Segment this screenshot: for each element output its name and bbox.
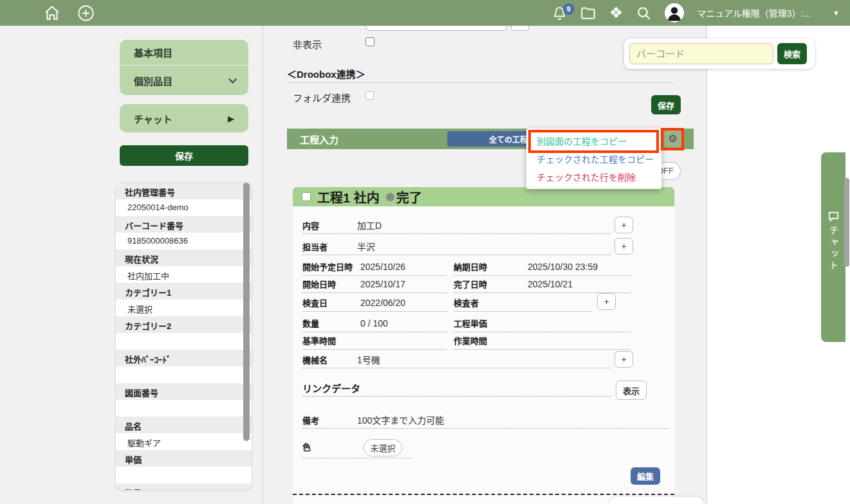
field-value[interactable]: 22050014-demo: [116, 199, 252, 216]
field-label: 現在状況: [116, 249, 252, 266]
notification-badge: 9: [563, 3, 575, 15]
field-label: 品名: [116, 417, 252, 433]
tanto-plus-button[interactable]: +: [614, 238, 633, 255]
field-tanto[interactable]: 担当者半沢: [302, 240, 611, 255]
item-summary-panel: 社内管理番号 22050014-demo バーコード番号 91850000086…: [115, 182, 252, 491]
field-remarks-value: 100文字まで入力可能: [357, 415, 444, 426]
process-separator: [293, 494, 674, 495]
dropbox-icon[interactable]: ❖: [609, 5, 624, 21]
menu-item-delete-checked-rows[interactable]: チェックされた行を削除: [526, 170, 661, 183]
sidebar-chat-label: チャット: [134, 112, 172, 125]
folder-link-label: フォルダ連携: [293, 91, 351, 104]
sidebar-item-basic[interactable]: 基本項目: [120, 40, 248, 66]
field-value: 2025/10/26: [360, 262, 405, 272]
chevron-down-icon: [228, 75, 237, 84]
field-label: 検査者: [454, 296, 528, 309]
field-naiyo[interactable]: 内容加工D: [302, 219, 611, 234]
chat-side-tab[interactable]: チャット: [821, 152, 845, 342]
field-color-label: 色: [302, 440, 357, 453]
topbar: 9 ❖ マニュアル権限（管理3）:... ▼: [0, 0, 850, 26]
barcode-search-button[interactable]: 検索: [777, 43, 807, 64]
add-icon[interactable]: [77, 4, 95, 22]
field-value: 2022/06/20: [360, 298, 405, 308]
process-1-card: 工程1 社内 完了 内容加工D + 担当者半沢 + 開始予定日時2025/10/…: [293, 187, 674, 504]
panel-scrollbar[interactable]: [243, 183, 250, 441]
field-work-time[interactable]: 作業時間: [454, 334, 631, 350]
menu-item-copy-checked-process[interactable]: チェックされた工程をコピー: [526, 152, 661, 165]
droobox-heading: ＜Droobox連携＞: [287, 67, 365, 80]
field-value: 2025/10/17: [360, 279, 405, 289]
link-data-show-button[interactable]: 表示: [616, 381, 647, 400]
app-root: 9 ❖ マニュアル権限（管理3）:... ▼ 基本項目 個別品目 チャ: [0, 0, 850, 504]
field-standard-time[interactable]: 基準時間: [302, 334, 447, 350]
field-tanto-value: 半沢: [357, 242, 375, 252]
field-value[interactable]: 駆動ギア: [116, 433, 252, 450]
field-inspect-date[interactable]: 検査日2022/06/20: [302, 296, 447, 312]
field-inspector[interactable]: 検査者: [454, 296, 592, 312]
field-start-planned[interactable]: 開始予定日時2025/10/26: [302, 260, 447, 276]
next-card-peek: [610, 497, 703, 504]
content-divider: [263, 26, 263, 504]
account-name[interactable]: マニュアル権限（管理3）:...: [697, 6, 811, 19]
process-1-title: 工程1 社内: [317, 188, 380, 206]
sidebar-item-individual-label: 個別品目: [134, 74, 172, 87]
field-value[interactable]: 社内加工中: [116, 266, 252, 283]
field-value[interactable]: 未選択: [116, 300, 252, 316]
sidebar-item-individual[interactable]: 個別品目: [120, 66, 248, 95]
field-value: 0 / 100: [360, 318, 388, 328]
gear-icon[interactable]: ⚙: [664, 130, 681, 147]
menu-icon[interactable]: [12, 8, 27, 18]
field-remarks[interactable]: 備考100文字まで入力可能: [302, 413, 669, 429]
barcode-search-card: 検索: [624, 39, 815, 69]
sidebar-save-button[interactable]: 保存: [120, 145, 248, 166]
field-label: 社内管理番号: [116, 183, 252, 199]
field-label: 社外ﾊﾞｰｺｰﾄﾞ: [116, 350, 252, 366]
field-quantity[interactable]: 数量0 / 100: [302, 317, 447, 332]
field-label: 工程単価: [454, 317, 528, 329]
folder-icon[interactable]: [580, 4, 596, 21]
avatar[interactable]: [665, 3, 684, 22]
field-naiyo-value: 加工D: [357, 221, 382, 231]
chevron-right-icon: ▶: [228, 114, 234, 123]
notifications-icon[interactable]: 9: [552, 6, 567, 21]
field-value[interactable]: [116, 333, 252, 350]
search-icon[interactable]: [636, 5, 652, 21]
field-start[interactable]: 開始日時2025/10/17: [302, 278, 447, 293]
field-machine-value: 1号機: [357, 355, 380, 365]
main-save-button[interactable]: 保存: [651, 95, 681, 114]
field-process-price[interactable]: 工程単価: [454, 317, 631, 332]
window-scrollbar-thumb[interactable]: [844, 178, 849, 267]
field-due[interactable]: 納期日時2025/10/30 23:59: [454, 260, 631, 276]
field-value[interactable]: [116, 400, 252, 417]
field-value[interactable]: [116, 366, 252, 383]
barcode-input[interactable]: [629, 43, 773, 64]
field-machine[interactable]: 機械名1号機: [302, 353, 611, 368]
folder-link-checkbox[interactable]: [365, 91, 374, 100]
hidden-label: 非表示: [293, 37, 322, 51]
sidebar-item-chat[interactable]: チャット ▶: [120, 104, 248, 132]
field-value[interactable]: 9185000008636: [116, 233, 252, 249]
home-icon[interactable]: [44, 4, 60, 21]
field-value[interactable]: [116, 467, 252, 483]
field-label: 開始予定日時: [302, 260, 360, 273]
hidden-checkbox[interactable]: [365, 37, 374, 46]
field-complete[interactable]: 完了日時2025/10/21: [454, 278, 631, 293]
field-label: 数量: [116, 483, 252, 491]
process-1-checkbox[interactable]: [302, 192, 311, 201]
field-tanto-label: 担当者: [302, 240, 357, 253]
field-label: カテゴリー1: [116, 283, 252, 300]
field-label: 基準時間: [302, 334, 360, 346]
machine-plus-button[interactable]: +: [614, 351, 633, 368]
naiyo-plus-button[interactable]: +: [614, 217, 633, 233]
field-label: バーコード番号: [116, 216, 252, 233]
color-select-pill[interactable]: 未選択: [364, 439, 402, 456]
chat-bubble-icon: [828, 212, 839, 222]
process-1-status: 完了: [396, 188, 422, 206]
field-label: 開始日時: [302, 278, 360, 290]
edit-button[interactable]: 編集: [631, 467, 660, 485]
inspector-plus-button[interactable]: +: [597, 293, 616, 310]
menu-item-copy-other-drawing[interactable]: 別図面の工程をコピー: [526, 134, 661, 147]
status-dot-icon: [386, 193, 394, 201]
account-caret-icon[interactable]: ▼: [833, 9, 840, 17]
field-label: カテゴリー2: [116, 316, 252, 333]
